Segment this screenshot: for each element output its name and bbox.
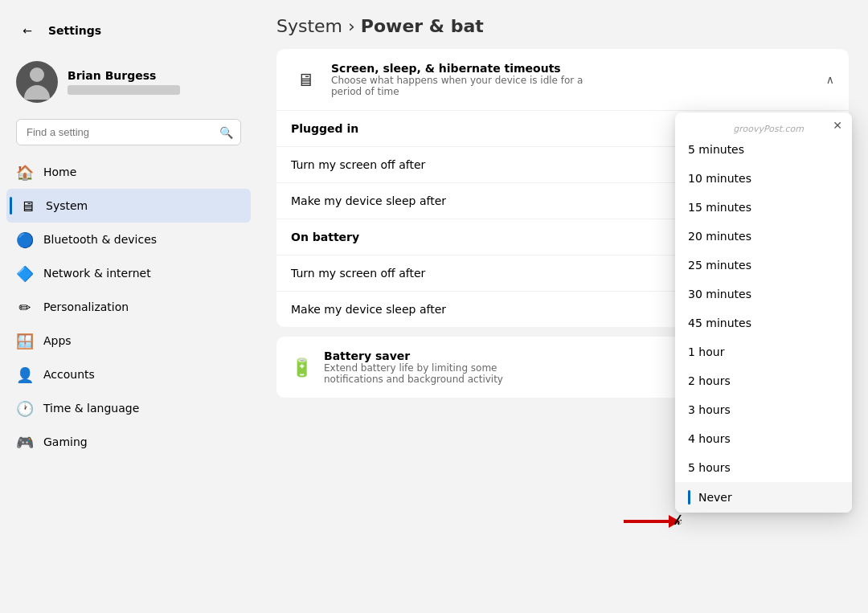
dropdown-item-never[interactable]: Never [675,482,852,513]
search-input[interactable] [16,119,241,145]
dropdown-items-list: 5 minutes 10 minutes 15 minutes 20 minut… [675,135,852,513]
sidebar-item-bluetooth[interactable]: 🔵 Bluetooth & devices [6,223,251,256]
breadcrumb-prefix: System › [276,16,361,36]
dropdown-item-10min[interactable]: 10 minutes [675,164,852,193]
sidebar-item-personalization[interactable]: ✏️ Personalization [6,290,251,324]
sidebar-item-time[interactable]: 🕐 Time & language [6,391,251,425]
dropdown-item-3h[interactable]: 3 hours [675,395,852,424]
dropdown-item-2h[interactable]: 2 hours [675,366,852,395]
home-icon: 🏠 [16,163,34,181]
avatar [16,61,58,103]
sidebar-item-system[interactable]: 🖥 System [6,189,251,223]
sidebar-item-label: System [46,199,88,212]
user-section: Brian Burgess [0,55,257,116]
sleep-card-header-text: Screen, sleep, & hibernate timeouts Choo… [331,62,604,97]
battery-saver-text: Battery saver Extend battery life by lim… [324,349,549,385]
sidebar-item-accounts[interactable]: 👤 Accounts [6,358,251,391]
dropdown-item-25min[interactable]: 25 minutes [675,251,852,280]
sleep-icon: 🖥 [291,65,320,94]
dropdown-item-4h[interactable]: 4 hours [675,424,852,453]
dropdown-header: groovyPost.com ✕ [675,112,852,135]
sidebar-item-label: Accounts [43,368,95,381]
sleep-card-header: 🖥 Screen, sleep, & hibernate timeouts Ch… [276,49,849,111]
dropdown-item-15min[interactable]: 15 minutes [675,193,852,222]
cursor-indicator: 𝓀 [674,511,682,529]
sidebar-item-label: Bluetooth & devices [43,233,157,246]
sidebar: ← Settings Brian Burgess 🔍 🏠 Home 🖥 Syst… [0,0,257,613]
dropdown-overlay: groovyPost.com ✕ 5 minutes 10 minutes 15… [675,112,852,513]
dropdown-item-5h[interactable]: 5 hours [675,453,852,482]
apps-icon: 🪟 [16,332,34,349]
search-box: 🔍 [16,119,241,145]
watermark: groovyPost.com [733,124,804,134]
sidebar-item-network[interactable]: 🔷 Network & internet [6,256,251,290]
active-bar [10,197,12,215]
dropdown-item-5min[interactable]: 5 minutes [675,135,852,164]
sidebar-item-home[interactable]: 🏠 Home [6,155,251,189]
battery-saver-title: Battery saver [324,349,549,362]
dropdown-item-20min[interactable]: 20 minutes [675,222,852,251]
dropdown-item-30min[interactable]: 30 minutes [675,280,852,309]
time-icon: 🕐 [16,399,34,417]
user-info: Brian Burgess [68,69,180,95]
sidebar-item-apps[interactable]: 🪟 Apps [6,324,251,358]
sleep-card-title: Screen, sleep, & hibernate timeouts [331,62,604,75]
sidebar-item-label: Gaming [43,435,88,448]
selected-indicator-bar [688,490,690,505]
sleep-card-chevron[interactable]: ∧ [826,73,834,86]
bluetooth-icon: 🔵 [16,231,34,248]
back-button[interactable]: ← [16,19,39,42]
battery-saver-icon: 🔋 [291,358,313,378]
breadcrumb-page: Power & bat [361,16,484,36]
dropdown-item-45min[interactable]: 45 minutes [675,309,852,337]
sleep-card-subtitle: Choose what happens when your device is … [331,75,604,97]
on-battery-label: On battery [291,231,359,243]
dropdown-close-button[interactable]: ✕ [829,117,845,133]
battery-saver-subtitle: Extend battery life by limiting some not… [324,362,549,385]
avatar-image [16,61,58,103]
sidebar-item-label: Personalization [43,300,129,313]
system-icon: 🖥 [18,197,36,215]
nav-list: 🏠 Home 🖥 System 🔵 Bluetooth & devices 🔷 … [0,155,257,600]
accounts-icon: 👤 [16,366,34,383]
user-email-blur [68,85,180,95]
search-icon: 🔍 [219,126,233,139]
battery-screen-label: Turn my screen off after [291,267,425,280]
sidebar-item-label: Home [43,166,76,178]
plugged-screen-label: Turn my screen off after [291,158,425,171]
red-arrow-indicator [624,520,672,523]
sidebar-item-label: Network & internet [43,267,151,280]
plugged-sleep-label: Make my device sleep after [291,194,446,207]
sidebar-header: ← Settings [0,13,257,55]
gaming-icon: 🎮 [16,433,34,451]
sidebar-item-gaming[interactable]: 🎮 Gaming [6,425,251,459]
breadcrumb: System › Power & bat [276,16,849,36]
sidebar-item-label: Time & language [43,402,139,415]
personalization-icon: ✏️ [16,298,34,316]
user-name: Brian Burgess [68,69,180,82]
main-content: System › Power & bat 🖥 Screen, sleep, & … [257,0,868,613]
network-icon: 🔷 [16,264,34,282]
dropdown-item-1h[interactable]: 1 hour [675,337,852,366]
plugged-in-label: Plugged in [291,122,358,135]
page-header: System › Power & bat [276,16,849,36]
arrow-body [624,520,672,523]
battery-sleep-label: Make my device sleep after [291,303,446,316]
sidebar-item-label: Apps [43,334,72,347]
sidebar-title: Settings [48,24,101,37]
